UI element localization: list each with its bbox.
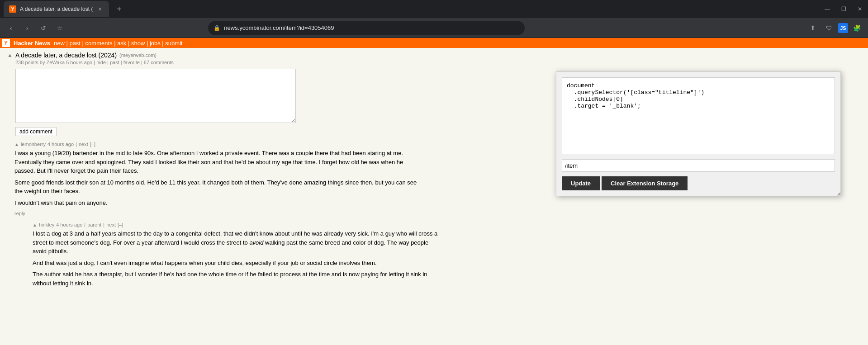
comment-body: I lost a dog at 3 and a half years almos… <box>33 229 440 288</box>
comment-next[interactable]: next <box>106 222 116 227</box>
hn-logo: Y <box>2 39 10 47</box>
comment-meta: ▲ hinkley 4 hours ago | parent | next [–… <box>33 222 868 227</box>
comment-parent[interactable]: parent <box>87 222 101 227</box>
js-extension-icon[interactable]: JS <box>838 23 848 33</box>
tab-close-button[interactable]: × <box>96 5 104 13</box>
hn-header: Y Hacker News new | past | comments | as… <box>0 38 868 48</box>
comment-author[interactable]: hinkley <box>39 222 54 227</box>
add-comment-button[interactable]: add comment <box>15 127 57 136</box>
comment-reply: reply <box>14 210 868 217</box>
browser-tab[interactable]: Y A decade later, a decade lost ( × <box>4 1 109 17</box>
browser-titlebar: Y A decade later, a decade lost ( × + — … <box>0 0 868 18</box>
popup-buttons: Update Clear Extension Storage <box>562 176 835 190</box>
extensions-button[interactable]: 🧩 <box>850 21 864 35</box>
story-past[interactable]: past <box>110 60 119 65</box>
story-meta: 238 points by ZeWaka 5 hours ago | hide … <box>15 60 868 65</box>
story-author[interactable]: ZeWaka <box>47 60 65 65</box>
comment-collapse[interactable]: [–] <box>118 222 123 227</box>
list-item: ▲ hinkley 4 hours ago | parent | next [–… <box>33 222 868 288</box>
story-domain: (meyerweb.com) <box>119 52 157 58</box>
url-text: news.ycombinator.com/item?id=43054069 <box>224 24 519 31</box>
comment-upvote-icon[interactable]: ▲ <box>33 222 37 227</box>
update-button[interactable]: Update <box>562 176 600 190</box>
hn-nav: new | past | comments | ask | show | job… <box>54 40 183 47</box>
comment-body: I was a young (19/20) bartender in the m… <box>14 149 422 207</box>
story-hide[interactable]: hide <box>96 60 106 65</box>
story-link[interactable]: A decade later, a decade lost (2024) <box>15 52 117 59</box>
share-button[interactable]: ⬆ <box>806 21 820 35</box>
story-title-row: ▲ A decade later, a decade lost (2024) (… <box>7 52 868 59</box>
comment-author[interactable]: lemonberry <box>21 142 46 147</box>
close-window-button[interactable]: ✕ <box>855 6 864 12</box>
tab-favicon: Y <box>9 5 16 13</box>
browser-toolbar: ‹ › ↺ ☆ 🔒 news.ycombinator.com/item?id=4… <box>0 18 868 38</box>
minimize-button[interactable]: — <box>823 6 832 12</box>
story-favorite[interactable]: favorite <box>123 60 140 65</box>
reload-button[interactable]: ↺ <box>36 21 51 35</box>
toolbar-right: ⬆ 🛡 JS 🧩 <box>806 21 864 35</box>
forward-button[interactable]: › <box>20 21 34 35</box>
clear-extension-storage-button[interactable]: Clear Extension Storage <box>602 176 688 190</box>
tab-title: A decade later, a decade lost ( <box>20 6 93 12</box>
popup-code-textarea[interactable]: document .querySelector('[class="titleli… <box>562 77 835 154</box>
comment-collapse[interactable]: [–] <box>90 142 95 147</box>
reply-link[interactable]: reply <box>14 211 25 216</box>
back-button[interactable]: ‹ <box>4 21 18 35</box>
comment-upvote-icon[interactable]: ▲ <box>14 142 19 147</box>
hn-page: Y Hacker News new | past | comments | as… <box>0 38 868 345</box>
new-tab-button[interactable]: + <box>113 3 125 15</box>
bookmark-button[interactable]: ☆ <box>52 21 67 35</box>
comment-textarea[interactable] <box>15 69 296 123</box>
lock-icon: 🔒 <box>213 25 220 31</box>
resize-handle[interactable]: ◢ <box>835 190 840 196</box>
hn-site-name: Hacker News <box>14 40 50 47</box>
window-controls: — ❐ ✕ <box>823 6 864 12</box>
story-comments-link[interactable]: 67 comments <box>144 60 174 65</box>
address-bar[interactable]: 🔒 news.ycombinator.com/item?id=43054069 <box>208 21 525 35</box>
popup-url-input[interactable] <box>562 159 835 172</box>
maximize-button[interactable]: ❐ <box>839 6 848 12</box>
comment-next[interactable]: next <box>79 142 88 147</box>
brave-shield-button[interactable]: 🛡 <box>822 21 836 35</box>
story-points: 238 points <box>15 60 38 65</box>
upvote-arrow[interactable]: ▲ <box>7 52 13 58</box>
extension-popup: document .querySelector('[class="titleli… <box>556 71 841 196</box>
browser-chrome: Y A decade later, a decade lost ( × + — … <box>0 0 868 38</box>
